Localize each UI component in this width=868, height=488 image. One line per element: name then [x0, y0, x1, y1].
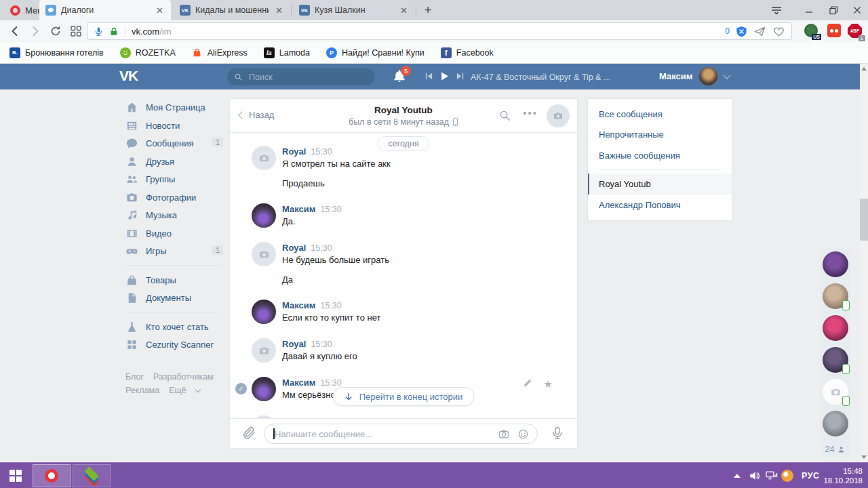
- notifications-button[interactable]: 5: [392, 68, 408, 85]
- edit-message-icon[interactable]: [523, 378, 532, 388]
- extension-adblock[interactable]: ABP 1: [848, 24, 863, 39]
- filter-item[interactable]: Важные сообщения: [588, 145, 732, 166]
- sidebar-item-music[interactable]: Музыка: [125, 209, 227, 222]
- speed-dial-button[interactable]: [69, 24, 83, 38]
- filter-item[interactable]: Все сообщения: [588, 104, 732, 125]
- bookmark-item[interactable]: laLamoda: [264, 47, 310, 58]
- tray-volume-button[interactable]: [748, 463, 762, 488]
- chat-partner-avatar[interactable]: [547, 104, 570, 127]
- tray-show-hidden-button[interactable]: [734, 463, 741, 488]
- voice-search-icon[interactable]: [94, 26, 104, 37]
- forward-button[interactable]: [28, 24, 42, 38]
- selected-check-icon[interactable]: ✓: [235, 383, 247, 394]
- music-next-button[interactable]: [456, 72, 465, 81]
- bookmark-heart-icon[interactable]: [772, 25, 785, 38]
- secure-lock-icon[interactable]: [109, 26, 119, 37]
- friend-avatar[interactable]: [823, 347, 848, 373]
- tab-close-button[interactable]: ✕: [399, 5, 409, 16]
- message-author[interactable]: Максим: [282, 204, 315, 214]
- scrollbar-thumb[interactable]: [860, 199, 868, 241]
- footer-link[interactable]: Блог: [125, 372, 144, 382]
- message-avatar[interactable]: [252, 338, 276, 363]
- voice-message-button[interactable]: [550, 426, 565, 441]
- sidebar-item-messages[interactable]: Сообщения1: [125, 137, 227, 150]
- friend-avatar[interactable]: [823, 379, 848, 405]
- browser-tab[interactable]: VKКидалы и мошенники в В✕: [174, 0, 290, 20]
- bookmark-item[interactable]: AliExpress: [192, 47, 248, 58]
- message-author[interactable]: Royal: [282, 243, 306, 253]
- sidebar-item-docs[interactable]: Документы: [125, 291, 227, 305]
- scrollbar-up-arrow[interactable]: [861, 67, 867, 70]
- friend-avatar[interactable]: [823, 315, 848, 341]
- message-avatar[interactable]: [252, 146, 276, 170]
- message-avatar[interactable]: [252, 242, 276, 266]
- taskbar-opera-button[interactable]: [33, 464, 71, 487]
- message-author[interactable]: Максим: [282, 300, 315, 310]
- tab-menu-button[interactable]: [765, 0, 788, 20]
- sidebar-item-flask[interactable]: Кто хочет стать: [125, 321, 227, 334]
- minimize-button[interactable]: [797, 0, 821, 20]
- taskbar-clock[interactable]: 15:48 18.10.2018: [822, 463, 863, 488]
- address-bar[interactable]: vk.com /im 0: [87, 22, 792, 40]
- tray-app-button[interactable]: [781, 463, 793, 488]
- friend-avatar[interactable]: [823, 251, 848, 277]
- message-avatar[interactable]: [252, 203, 276, 228]
- share-flow-icon[interactable]: [753, 25, 766, 38]
- browser-tab[interactable]: VKКузя Шалкин✕: [293, 0, 415, 20]
- photo-attach-button[interactable]: [498, 428, 510, 440]
- chat-list-item[interactable]: Royal Youtub: [588, 174, 732, 195]
- reload-button[interactable]: [49, 24, 62, 38]
- browser-tab[interactable]: Диалоги✕: [39, 0, 171, 20]
- friend-avatar[interactable]: [823, 283, 848, 309]
- message-author[interactable]: Royal: [282, 146, 306, 157]
- friends-count[interactable]: 24: [825, 445, 846, 454]
- extension-red[interactable]: [827, 24, 842, 39]
- user-menu[interactable]: Максим: [659, 67, 730, 85]
- vk-search[interactable]: [227, 68, 375, 85]
- vk-logo[interactable]: VK: [119, 68, 138, 84]
- search-input[interactable]: [248, 72, 356, 83]
- star-message-icon[interactable]: ★: [544, 378, 553, 390]
- tab-close-button[interactable]: ✕: [155, 5, 165, 16]
- music-prev-button[interactable]: [425, 72, 433, 81]
- shield-blocker-icon[interactable]: [736, 26, 747, 37]
- sidebar-item-photos[interactable]: Фотографии: [125, 191, 227, 205]
- restore-button[interactable]: [822, 0, 845, 20]
- message-field[interactable]: [264, 424, 538, 444]
- tab-close-button[interactable]: ✕: [274, 5, 284, 16]
- message-avatar[interactable]: [252, 300, 276, 324]
- sidebar-item-games[interactable]: Игры1: [125, 245, 227, 258]
- scroll-to-end-button[interactable]: Перейти в конец истории: [333, 387, 475, 406]
- footer-link[interactable]: Реклама: [125, 386, 159, 395]
- chat-search-button[interactable]: [498, 109, 511, 122]
- back-button[interactable]: [8, 24, 22, 38]
- attach-button[interactable]: [241, 426, 257, 441]
- bookmark-item[interactable]: PНайди! Сравни! Купи: [326, 47, 425, 58]
- sidebar-item-groups[interactable]: Группы: [125, 173, 227, 186]
- language-indicator[interactable]: РУС: [802, 463, 819, 488]
- chat-more-button[interactable]: •••: [523, 107, 538, 119]
- music-play-button[interactable]: [439, 71, 450, 81]
- sidebar-item-friends[interactable]: Друзья: [125, 155, 227, 169]
- now-playing-track[interactable]: АК-47 & Восточный Округ & Tip & ...: [471, 73, 610, 82]
- tray-network-button[interactable]: [764, 463, 778, 488]
- filter-item[interactable]: Непрочитанные: [588, 125, 732, 146]
- message-author[interactable]: Максим: [282, 378, 315, 388]
- sidebar-item-home[interactable]: Моя Страница: [125, 101, 227, 115]
- message-avatar[interactable]: [252, 377, 276, 401]
- start-button[interactable]: [0, 463, 31, 488]
- scrollbar-down-arrow[interactable]: [861, 455, 867, 459]
- close-button[interactable]: [846, 0, 868, 20]
- bookmark-item[interactable]: fFacebook: [441, 47, 494, 58]
- sidebar-item-market[interactable]: Товары: [125, 274, 227, 287]
- emoji-button[interactable]: [517, 428, 529, 440]
- message-input[interactable]: [264, 424, 537, 443]
- footer-link[interactable]: Ещё: [169, 386, 186, 395]
- sidebar-item-appgrid[interactable]: Cezurity Scanner: [125, 338, 227, 352]
- taskbar-bluestacks-button[interactable]: [73, 464, 111, 487]
- url-host[interactable]: vk.com: [132, 26, 159, 37]
- new-tab-button[interactable]: +: [419, 2, 437, 18]
- extension-vpn-us[interactable]: US: [804, 24, 819, 39]
- sidebar-item-video[interactable]: Видео: [125, 227, 227, 241]
- bookmark-item[interactable]: ROZETKA: [120, 47, 176, 58]
